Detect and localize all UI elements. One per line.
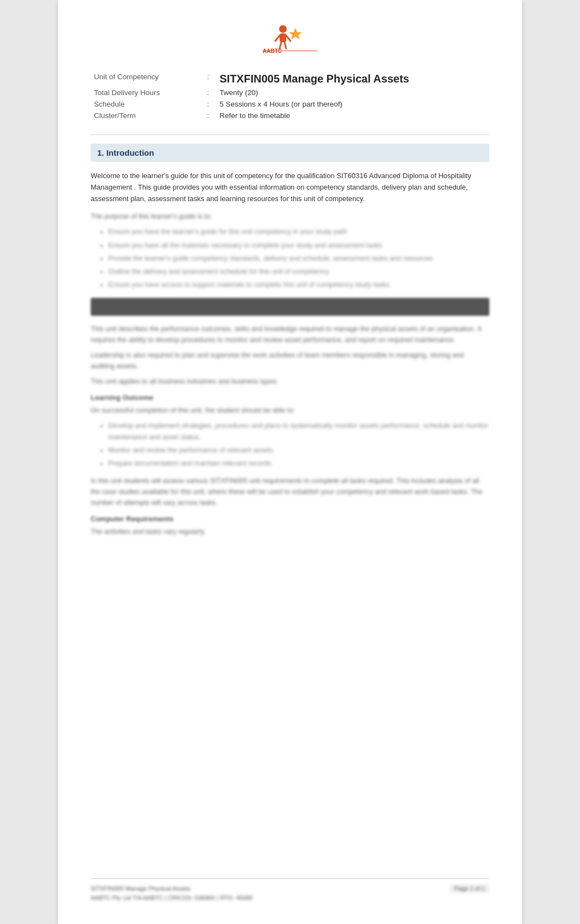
unit-row: Unit of Competency : SITXFIN005 Manage P… — [91, 71, 489, 87]
list-item: Ensure you have all the materials necess… — [108, 240, 489, 251]
footer-org: AABTC Pty Ltd T/A AABTC | CRICOS: 03696K… — [91, 893, 489, 903]
cluster-row: Cluster/Term : Refer to the timetable — [91, 110, 489, 121]
section1-intro: Welcome to the learner's guide for this … — [91, 170, 489, 204]
svg-line-3 — [286, 36, 291, 41]
list-item: Monitor and review the performance of re… — [108, 445, 489, 456]
hours-value: Twenty (20) — [216, 87, 489, 98]
learning-outcome-heading: Learning Outcome — [91, 393, 489, 402]
unit-label: Unit of Competency — [91, 71, 200, 87]
hours-row: Total Delivery Hours : Twenty (20) — [91, 87, 489, 98]
section2-para2: Leadership is also required to plan and … — [91, 350, 489, 372]
section2-para1: This unit describes the performance outc… — [91, 323, 489, 345]
cluster-colon: : — [200, 110, 216, 121]
section1-blurred-intro: The purpose of this learner's guide is t… — [91, 211, 489, 222]
section1-header: 1. Introduction — [91, 144, 489, 162]
logo: AABTC — [255, 22, 325, 55]
hours-label: Total Delivery Hours — [91, 87, 200, 98]
list-item: Provide the learner's guide competency s… — [108, 253, 489, 264]
list-item: Ensure you have the learner's guide for … — [108, 226, 489, 238]
footer-left: SITXFIN005 Manage Physical Assets AABTC … — [91, 884, 489, 902]
section2-para3: This unit applies to all business indust… — [91, 376, 489, 387]
logo-area: AABTC — [91, 22, 489, 55]
svg-line-2 — [275, 36, 280, 41]
learning-list: Develop and implement strategies, proced… — [91, 420, 489, 470]
schedule-colon: : — [200, 98, 216, 110]
list-item: Outline the delivery and assessment sche… — [108, 266, 489, 278]
svg-rect-1 — [280, 33, 286, 42]
footer-title: SITXFIN005 Manage Physical Assets — [91, 884, 489, 893]
svg-point-0 — [279, 25, 287, 33]
list-item: Prepare documentation and maintain relev… — [108, 458, 489, 469]
computer-requirements-text: The activities and tasks vary regularly. — [91, 526, 489, 537]
divider-1 — [91, 134, 489, 135]
svg-line-5 — [285, 42, 286, 49]
page-container: AABTC Unit of Competency : SITXFIN005 Ma… — [58, 0, 522, 924]
section2-para4: In this unit students will assess variou… — [91, 475, 489, 508]
hours-colon: : — [200, 87, 216, 98]
schedule-row: Schedule : 5 Sessions x 4 Hours (or part… — [91, 98, 489, 110]
info-table: Unit of Competency : SITXFIN005 Manage P… — [91, 71, 489, 121]
footer: SITXFIN005 Manage Physical Assets AABTC … — [91, 878, 489, 902]
list-item: Ensure you have access to support materi… — [108, 279, 489, 291]
unit-value: SITXFIN005 Manage Physical Assets — [216, 71, 489, 87]
learning-outcome-intro: On successful completion of this unit, t… — [91, 405, 489, 416]
svg-marker-6 — [289, 28, 302, 39]
list-item: Develop and implement strategies, proced… — [108, 420, 489, 444]
computer-requirements-heading: Computer Requirements — [91, 515, 489, 523]
section1-list: Ensure you have the learner's guide for … — [91, 226, 489, 291]
schedule-label: Schedule — [91, 98, 200, 110]
schedule-value: 5 Sessions x 4 Hours (or part thereof) — [216, 98, 489, 110]
unit-colon: : — [200, 71, 216, 87]
cluster-value: Refer to the timetable — [216, 110, 489, 121]
section2-header: 2. Unit Description — [91, 298, 489, 316]
footer-page-number: Page 1 of 1 — [450, 884, 489, 893]
cluster-label: Cluster/Term — [91, 110, 200, 121]
